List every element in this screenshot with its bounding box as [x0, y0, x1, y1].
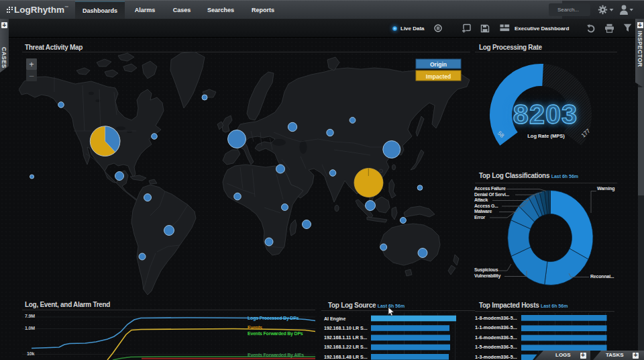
svg-text:Impacted: Impacted	[426, 73, 451, 80]
svg-text:+: +	[29, 60, 34, 69]
svg-text:–: –	[30, 71, 34, 81]
svg-text:Origin: Origin	[430, 61, 447, 68]
